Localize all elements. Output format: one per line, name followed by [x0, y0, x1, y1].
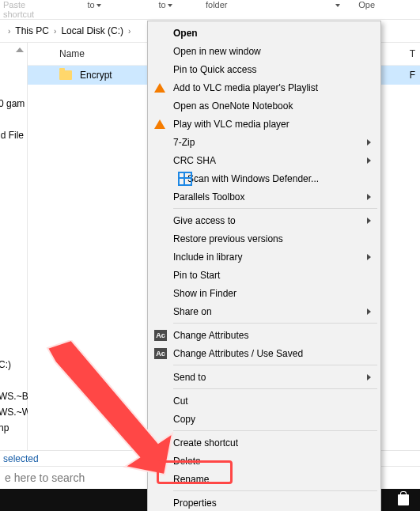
- ctx-open-onenote[interactable]: Open as OneNote Notebook: [149, 97, 379, 115]
- menu-separator: [173, 430, 377, 431]
- ribbon-dropdown-3[interactable]: [293, 0, 343, 9]
- defender-icon: [178, 172, 192, 186]
- ribbon-newfolder[interactable]: folder: [201, 0, 293, 9]
- ctx-defender[interactable]: Scan with Windows Defender...: [149, 169, 379, 187]
- submenu-arrow-icon: [367, 194, 371, 200]
- ctx-copy[interactable]: Copy: [149, 410, 379, 428]
- ctx-change-attributes-saved[interactable]: AcChange Attributes / Use Saved: [149, 344, 379, 362]
- column-name[interactable]: Name: [59, 48, 85, 59]
- file-name: Encrypt: [80, 70, 112, 81]
- nav-item[interactable]: WS.~B: [0, 391, 28, 402]
- chevron-right-icon: ›: [128, 27, 131, 36]
- ctx-open-new-window[interactable]: Open in new window: [149, 42, 379, 60]
- ctx-properties[interactable]: Properties: [149, 494, 379, 511]
- submenu-arrow-icon: [367, 374, 371, 380]
- menu-separator: [173, 365, 377, 365]
- menu-separator: [173, 490, 377, 491]
- chevron-down-icon: [96, 4, 101, 7]
- ctx-crc-sha[interactable]: CRC SHA: [149, 151, 379, 169]
- ctx-add-vlc-playlist[interactable]: Add to VLC media player's Playlist: [149, 78, 379, 97]
- submenu-arrow-icon: [367, 218, 371, 224]
- column-type[interactable]: T: [410, 48, 415, 59]
- ctx-share-on[interactable]: Share on: [149, 302, 379, 320]
- ribbon-paste-shortcut[interactable]: Paste shortcut: [0, 0, 59, 19]
- submenu-arrow-icon: [367, 139, 371, 146]
- chevron-right-icon: ›: [54, 27, 56, 36]
- ctx-create-shortcut[interactable]: Create shortcut: [149, 433, 379, 452]
- store-icon[interactable]: [396, 493, 411, 507]
- ctx-pin-quick-access[interactable]: Pin to Quick access: [149, 60, 379, 78]
- file-type: F: [410, 70, 415, 81]
- ctx-include-library[interactable]: Include in library: [149, 248, 379, 266]
- nav-item[interactable]: C:): [0, 359, 11, 370]
- ribbon-open[interactable]: Ope: [343, 0, 380, 9]
- folder-icon: [59, 70, 72, 80]
- nav-item[interactable]: id File: [0, 130, 24, 141]
- ribbon-dropdown-1[interactable]: to: [59, 0, 130, 9]
- search-placeholder: e here to search: [5, 471, 85, 484]
- nav-pane[interactable]: 0 gam id File C:) WS.~B WS.~WS np: [0, 43, 28, 475]
- attribute-changer-icon: Ac: [154, 330, 167, 341]
- menu-separator: [173, 208, 377, 209]
- chevron-down-icon: [335, 4, 340, 7]
- context-menu: Open Open in new window Pin to Quick acc…: [147, 21, 381, 511]
- ctx-give-access[interactable]: Give access to: [149, 211, 379, 229]
- ctx-delete[interactable]: Delete: [149, 452, 379, 470]
- ctx-open[interactable]: Open: [149, 24, 379, 42]
- breadcrumb-this-pc[interactable]: This PC: [15, 25, 49, 36]
- ctx-play-vlc[interactable]: Play with VLC media player: [149, 115, 379, 133]
- ctx-show-finder[interactable]: Show in Finder: [149, 284, 379, 302]
- ribbon-dropdown-2[interactable]: to: [130, 0, 201, 9]
- ctx-send-to[interactable]: Send to: [149, 368, 379, 386]
- ctx-7zip[interactable]: 7-Zip: [149, 133, 379, 151]
- vlc-icon: [154, 119, 165, 129]
- vlc-icon: [154, 83, 165, 93]
- ctx-cut[interactable]: Cut: [149, 392, 379, 410]
- submenu-arrow-icon: [367, 157, 371, 164]
- submenu-arrow-icon: [367, 308, 371, 315]
- nav-item[interactable]: np: [0, 422, 9, 433]
- chevron-down-icon: [168, 4, 172, 7]
- ctx-pin-start[interactable]: Pin to Start: [149, 266, 379, 284]
- status-text: selected: [3, 453, 39, 464]
- breadcrumb-local-disk[interactable]: Local Disk (C:): [61, 25, 123, 36]
- ctx-restore-previous[interactable]: Restore previous versions: [149, 229, 379, 248]
- nav-item[interactable]: 0 gam: [0, 98, 25, 109]
- menu-separator: [173, 323, 377, 324]
- ribbon: Paste shortcut to to folder Ope: [0, 0, 420, 20]
- ctx-rename[interactable]: Rename: [149, 470, 379, 488]
- scroll-up-icon[interactable]: [16, 47, 24, 52]
- menu-separator: [173, 388, 377, 389]
- ctx-parallels[interactable]: Parallels Toolbox: [149, 187, 379, 206]
- attribute-changer-icon: Ac: [154, 348, 167, 359]
- submenu-arrow-icon: [367, 254, 371, 260]
- ctx-change-attributes[interactable]: AcChange Attributes: [149, 326, 379, 344]
- chevron-right-icon: ›: [8, 27, 10, 36]
